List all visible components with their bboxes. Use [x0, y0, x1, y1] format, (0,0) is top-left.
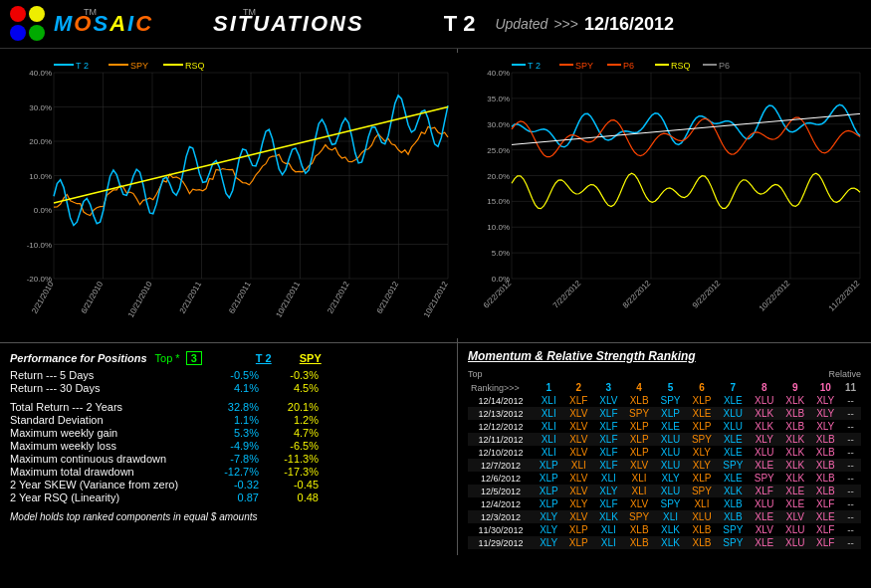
rank-cell-2-6: XLU [718, 420, 749, 433]
rank-cell-2-8: XLB [779, 420, 810, 433]
perf-t2-val: 4.1% [209, 382, 269, 394]
rank-cell-0-10: -- [840, 394, 861, 407]
rank-cell-0-8: XLK [779, 394, 810, 407]
rank-date: 12/12/2012 [468, 420, 534, 433]
rank-cell-7-7: XLF [749, 485, 779, 497]
rank-cell-3-8: XLK [779, 433, 810, 446]
right-chart [458, 49, 871, 342]
situations-label: SITUATIONS [213, 11, 364, 37]
tm-mark-1: TM [84, 7, 97, 17]
rank-date: 12/7/2012 [468, 459, 534, 472]
rank-table-row: 12/7/2012XLPXLIXLFXLVXLUXLYSPYXLEXLKXLB-… [468, 459, 861, 472]
t2-header-label: T 2 [444, 11, 476, 37]
updated-arrows: >>> [553, 16, 578, 32]
rank-cell-6-9: XLB [810, 472, 840, 485]
rank-cell-3-6: XLE [718, 433, 749, 446]
rank-cell-1-5: XLE [686, 407, 717, 420]
logo-circle-yellow [29, 6, 45, 22]
rank-cell-7-8: XLE [779, 485, 810, 497]
rank-date: 11/30/2012 [468, 523, 534, 536]
rank-col-header-7: 7 [718, 381, 749, 394]
rank-cell-8-2: XLF [593, 497, 623, 510]
header: TM MOSAIC TM SITUATIONS T 2 Updated >>> … [0, 0, 871, 48]
rank-cell-5-2: XLF [593, 459, 623, 472]
rank-cell-0-3: XLB [623, 394, 654, 407]
rank-cell-11-4: XLK [655, 536, 686, 549]
perf-spy-val: -0.45 [269, 479, 328, 490]
rank-cell-8-8: XLE [779, 497, 810, 510]
rank-cell-2-5: XLP [686, 420, 717, 433]
rank-cell-8-9: XLF [810, 497, 840, 510]
rank-cell-2-1: XLV [563, 420, 593, 433]
rank-cell-4-1: XLV [563, 446, 593, 459]
rank-cell-0-6: XLE [718, 394, 749, 407]
rank-cell-1-6: XLU [718, 407, 749, 420]
rank-cell-9-10: -- [840, 510, 861, 523]
perf-row: Standard Deviation 1.1% 1.2% [10, 414, 447, 426]
perf-row: Maximum weekly loss -4.9% -6.5% [10, 440, 447, 452]
rank-col-header-0: Ranking>>> [468, 381, 534, 394]
rank-table: Ranking>>>123456789101112/14/2012XLIXLFX… [468, 381, 861, 549]
rank-cell-0-1: XLF [563, 394, 593, 407]
rank-cell-7-10: -- [840, 485, 861, 497]
rank-cell-5-4: XLU [655, 459, 686, 472]
momentum-section: Momentum & Relative Strength Ranking Top… [458, 343, 871, 555]
perf-t2-val: 5.3% [209, 427, 269, 439]
perf-spy-val: 4.5% [269, 382, 328, 394]
rank-cell-8-4: SPY [655, 497, 686, 510]
rank-cell-6-5: XLP [686, 472, 717, 485]
rank-cell-2-0: XLI [534, 420, 563, 433]
rank-table-row: 12/11/2012XLIXLVXLFXLPXLUSPYXLEXLYXLKXLB… [468, 433, 861, 446]
rank-cell-3-4: XLU [655, 433, 686, 446]
rank-table-row: 12/14/2012XLIXLFXLVXLBSPYXLPXLEXLUXLKXLY… [468, 394, 861, 407]
rank-date: 12/13/2012 [468, 407, 534, 420]
rank-cell-10-2: XLI [593, 523, 623, 536]
rank-cell-6-7: SPY [749, 472, 779, 485]
rank-cell-9-5: XLU [686, 510, 717, 523]
perf-spy-val: -0.3% [269, 369, 328, 381]
rank-cell-6-2: XLI [593, 472, 623, 485]
perf-header: Performance for Positions Top * 3 T 2 SP… [10, 351, 447, 365]
rank-cell-6-0: XLP [534, 472, 563, 485]
rank-cell-7-5: SPY [686, 485, 717, 497]
rank-cell-1-0: XLI [534, 407, 563, 420]
rank-col-header-11: 11 [840, 381, 861, 394]
perf-spy-val: 20.1% [269, 401, 328, 413]
rank-cell-9-3: SPY [623, 510, 654, 523]
perf-row-label: 2 Year SKEW (Variance from zero) [10, 479, 209, 490]
rank-table-row: 12/6/2012XLPXLVXLIXLIXLYXLPXLESPYXLKXLB-… [468, 472, 861, 485]
rank-cell-1-2: XLF [593, 407, 623, 420]
perf-row: 2 Year RSQ (Linearity) 0.87 0.48 [10, 491, 447, 503]
rank-cell-11-3: XLB [623, 536, 654, 549]
perf-row: Maximum total drawdown -12.7% -17.3% [10, 466, 447, 478]
rank-cell-11-7: XLE [749, 536, 779, 549]
rank-table-row: 11/29/2012XLYXLPXLIXLBXLKXLBSPYXLEXLUXLF… [468, 536, 861, 549]
rank-table-row: 12/5/2012XLPXLVXLYXLIXLUSPYXLKXLFXLEXLB-… [468, 485, 861, 497]
t2-col-header: T 2 [222, 352, 272, 364]
rank-cell-7-3: XLI [623, 485, 654, 497]
perf-spy-val: 4.7% [269, 427, 328, 439]
rank-cell-4-7: XLU [749, 446, 779, 459]
rank-cell-11-6: SPY [718, 536, 749, 549]
rank-cell-0-2: XLV [593, 394, 623, 407]
rank-cell-9-6: XLB [718, 510, 749, 523]
logo [10, 6, 46, 42]
rank-cell-8-5: XLI [686, 497, 717, 510]
rank-cell-10-5: XLB [686, 523, 717, 536]
rank-cell-10-4: XLK [655, 523, 686, 536]
perf-row-label: Maximum continuous drawdown [10, 453, 209, 465]
rank-cell-11-0: XLY [534, 536, 563, 549]
rank-cell-10-1: XLP [563, 523, 593, 536]
rank-cell-1-8: XLB [779, 407, 810, 420]
rank-cell-2-7: XLK [749, 420, 779, 433]
perf-spy-val: 1.2% [269, 414, 328, 426]
rank-cell-8-10: -- [840, 497, 861, 510]
rank-table-row: 12/12/2012XLIXLVXLFXLPXLEXLPXLUXLKXLBXLY… [468, 420, 861, 433]
perf-row: 2 Year SKEW (Variance from zero) -0.32 -… [10, 479, 447, 490]
perf-spy-val: -17.3% [269, 466, 328, 478]
model-note: Model holds top ranked components in equ… [10, 511, 447, 522]
rank-cell-3-5: SPY [686, 433, 717, 446]
rank-cell-5-8: XLK [779, 459, 810, 472]
rank-cell-6-4: XLY [655, 472, 686, 485]
perf-row-label: Standard Deviation [10, 414, 209, 426]
